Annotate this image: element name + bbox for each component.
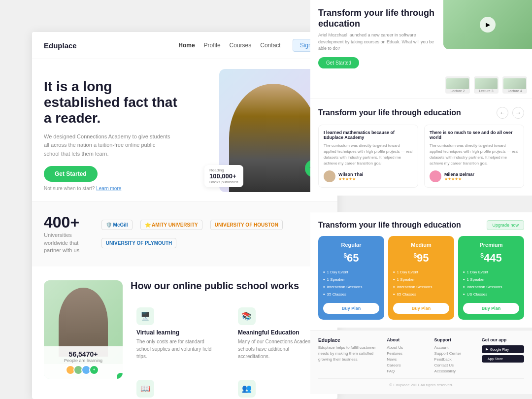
student-count: 56,5470+: [48, 350, 119, 358]
author-name-2: Milena Belmar: [444, 172, 474, 177]
author-stars-1: ★★★★★: [338, 177, 363, 181]
avatar-more: +: [89, 365, 99, 375]
medium-buy-button[interactable]: Buy Plan: [393, 303, 449, 314]
fr-contact-us[interactable]: Contact Us: [434, 363, 477, 367]
student-card-bottom: 56,5470+ People are learning +: [44, 346, 123, 379]
fr-support-center[interactable]: Support Center: [434, 351, 477, 356]
footer-right-support: Support Account Support Center Feedback …: [434, 337, 477, 373]
social-interaction-icon: 👥: [238, 380, 256, 398]
testimonial-2-author: Milena Belmar ★★★★★: [430, 170, 519, 182]
lecture-thumb-3[interactable]: Lecture 3: [474, 76, 499, 94]
slide-panel: Transform your life through education Ar…: [310, 0, 532, 99]
regular-price: $65: [323, 252, 379, 265]
upgrade-button[interactable]: Upgrade now: [487, 220, 524, 230]
premium-price: $445: [463, 252, 519, 265]
fr-careers[interactable]: Careers: [387, 363, 429, 367]
footer-right-about-links: About Us Features News Careers FAQ: [387, 345, 429, 373]
testimonials-title: Transform your life through education: [318, 108, 461, 117]
fr-account[interactable]: Account: [434, 345, 477, 350]
footer-right-desc: Eduplace helps to fulfill customer needs…: [318, 345, 382, 363]
virtual-learning-desc: The only costs are for standard school s…: [136, 338, 218, 360]
premium-f3: Interaction Sessions: [463, 283, 519, 291]
price-card-premium: Premium $445 1 Day Event 1 Speaker Inter…: [458, 236, 524, 320]
thumb-img-4: [503, 78, 526, 89]
student-label: People are learning: [48, 358, 119, 363]
regular-buy-button[interactable]: Buy Plan: [323, 303, 379, 314]
regular-tier: Regular: [323, 242, 379, 248]
thumb-img-2: [446, 78, 469, 89]
slide-image-bg: ▶: [443, 0, 532, 49]
lecture-thumb-4[interactable]: Lecture 4: [502, 76, 527, 94]
medium-f4: 65 Classes: [393, 291, 449, 298]
how-title: How our online public school works: [131, 280, 326, 292]
how-it-works-section: 56,5470+ People are learning +: [32, 266, 337, 399]
nav-links: Home Profile Courses Contact: [178, 42, 280, 49]
medium-f3: Interaction Sessions: [393, 283, 449, 291]
nav-courses[interactable]: Courses: [230, 42, 252, 49]
medium-f1: 1 Day Event: [393, 268, 449, 276]
pricing-section: Transform your life through education Up…: [310, 212, 532, 328]
medium-features: 1 Day Event 1 Speaker Interaction Sessio…: [393, 268, 449, 298]
thumb-label-3: Lecture 3: [479, 89, 493, 93]
slide-title: Transform your life through education: [318, 8, 441, 29]
play-button[interactable]: ▶: [480, 17, 496, 33]
learn-more-link[interactable]: Learn more: [96, 186, 121, 191]
partner-mcgill: 🛡️ McGill: [101, 220, 133, 230]
medium-price: $95: [393, 252, 449, 265]
nav-contact[interactable]: Contact: [260, 42, 280, 49]
footer-right-support-title: Support: [434, 337, 477, 342]
right-panel: Transform your life through education Ar…: [310, 0, 532, 399]
regular-features: 1 Day Event 1 Speaker Interaction Sessio…: [323, 268, 379, 298]
testimonial-2: There is so much to see and do all over …: [424, 125, 524, 188]
reading-value: 100,000+: [209, 172, 238, 180]
meaningful-education-icon: 📚: [238, 307, 256, 325]
nav-home[interactable]: Home: [178, 42, 195, 49]
prev-arrow[interactable]: ←: [497, 107, 508, 119]
premium-buy-button[interactable]: Buy Plan: [463, 303, 519, 314]
regular-f4: 35 Classes: [323, 291, 379, 298]
reading-label: Reading: [209, 168, 238, 172]
fr-accessibility[interactable]: Accessibility: [434, 369, 477, 373]
price-card-medium: Medium $95 1 Day Event 1 Speaker Interac…: [388, 236, 454, 320]
thumb-img-3: [475, 78, 498, 89]
hero-title: It is a long established fact that a rea…: [44, 79, 182, 127]
navbar: Eduplace Home Profile Courses Contact Si…: [32, 32, 337, 59]
premium-tier: Premium: [463, 242, 519, 248]
slide-cta-button[interactable]: Get Started: [318, 57, 359, 68]
author-avatar-1: [324, 170, 335, 182]
hero-cta-button[interactable]: Get Started: [44, 166, 98, 182]
next-arrow[interactable]: →: [512, 107, 524, 119]
fr-faq[interactable]: FAQ: [387, 369, 429, 373]
partner-plymouth: UNIVERSITY OF PLYMOUTH: [101, 238, 176, 248]
fr-news[interactable]: News: [387, 357, 429, 362]
footer-right-about-title: About: [387, 337, 429, 342]
author-name-1: Wilson Thai: [338, 172, 363, 177]
medium-f2: 1 Speaker: [393, 276, 449, 283]
regular-f1: 1 Day Event: [323, 268, 379, 276]
pricing-grid: Regular $65 1 Day Event 1 Speaker Intera…: [318, 236, 524, 320]
partners-count: 400+: [44, 213, 86, 232]
fr-feedback[interactable]: Feedback: [434, 357, 477, 362]
price-card-regular: Regular $65 1 Day Event 1 Speaker Intera…: [318, 236, 384, 320]
hero-description: We designed Connections Academy to give …: [44, 133, 172, 159]
author-avatar-2: [430, 170, 441, 182]
nav-profile[interactable]: Profile: [204, 42, 221, 49]
premium-features: 1 Day Event 1 Speaker Interaction Sessio…: [463, 268, 519, 298]
fr-about-us[interactable]: About Us: [387, 345, 429, 350]
student-avatars: +: [48, 365, 119, 375]
fr-features[interactable]: Features: [387, 351, 429, 356]
footer-right-brand-col: Eduplace Eduplace helps to fulfill custo…: [318, 337, 382, 373]
partners-label: Universities worldwide that partner with…: [44, 232, 86, 254]
slide-text: Transform your life through education Ar…: [318, 8, 441, 68]
how-content: How our online public school works 🖥️ Vi…: [131, 280, 326, 399]
footer-right-support-links: Account Support Center Feedback Contact …: [434, 345, 477, 373]
virtual-learning-icon: 🖥️: [136, 307, 154, 325]
fr-app-store[interactable]: App Store: [482, 355, 524, 363]
premium-f2: 1 Speaker: [463, 276, 519, 283]
footer-right-copyright: © Eduplace 2021 All rights reserved.: [318, 378, 524, 387]
fr-google-play[interactable]: ▶ Google Play: [482, 345, 524, 353]
virtual-learning-title: Virtual learning: [136, 329, 218, 336]
partners-section: 400+ Universities worldwide that partner…: [32, 201, 337, 266]
footer-right-about: About About Us Features News Careers FAQ: [387, 337, 429, 373]
lecture-thumb-2[interactable]: Lecture 2: [445, 76, 470, 94]
